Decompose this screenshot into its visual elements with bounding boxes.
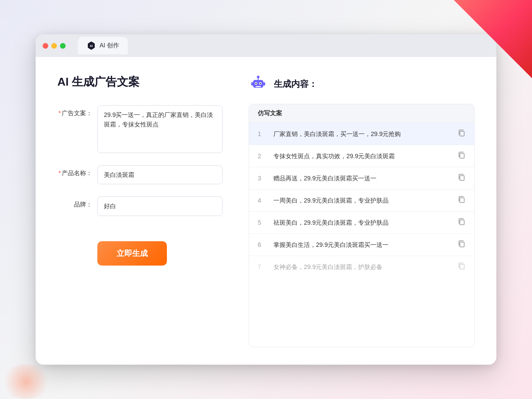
row-text: 一周美白，29.9元美白淡斑霜，专业护肤品 [273,196,451,205]
left-panel: AI 生成广告文案 *广告文案： *产品名称： 品牌： 立 [57,74,223,347]
row-number: 2 [258,153,266,160]
page-title: AI 生成广告文案 [57,74,223,90]
row-text: 厂家直销，美白淡斑霜，买一送一，29.9元抢购 [273,130,451,139]
content-area: AI 生成广告文案 *广告文案： *产品名称： 品牌： 立 [36,57,496,365]
brand-input[interactable] [97,196,223,216]
svg-rect-14 [460,198,464,203]
copy-icon[interactable] [458,151,466,161]
product-name-required-star: * [59,170,61,176]
table-row: 5祛斑美白，29.9元美白淡斑霜，专业护肤品 [249,212,474,234]
svg-rect-12 [460,153,464,158]
row-text: 祛斑美白，29.9元美白淡斑霜，专业护肤品 [273,218,451,227]
row-number: 7 [258,263,266,270]
svg-rect-10 [263,82,265,86]
generate-button[interactable]: 立即生成 [97,241,167,266]
copy-icon[interactable] [458,240,466,249]
svg-rect-9 [251,82,253,86]
product-name-input[interactable] [97,165,223,184]
copy-icon[interactable] [458,129,466,139]
svg-rect-11 [460,131,464,136]
table-header: 仿写文案 [249,104,474,123]
row-text: 赠品再送，29.9元美白淡斑霜买一送一 [273,174,451,183]
browser-window: AI AI 创作 AI 生成广告文案 *广告文案： *产品名称： [36,34,496,365]
table-row: 7女神必备，29.9元美白淡斑霜，护肤必备 [249,256,474,278]
svg-text:AI: AI [90,44,93,47]
table-row: 3赠品再送，29.9元美白淡斑霜买一送一 [249,167,474,190]
brand-field-group: 品牌： [57,196,223,216]
table-row: 4一周美白，29.9元美白淡斑霜，专业护肤品 [249,190,474,212]
right-panel-title: 生成内容： [274,78,317,90]
ad-copy-field-group: *广告文案： [57,105,223,153]
product-name-field-group: *产品名称： [57,165,223,184]
title-bar: AI AI 创作 [36,34,496,57]
copy-icon[interactable] [458,262,466,272]
results-table: 仿写文案 1厂家直销，美白淡斑霜，买一送一，29.9元抢购 2专抹女性斑点，真实… [249,104,475,347]
window-controls [43,43,66,49]
table-row: 2专抹女性斑点，真实功效，29.9元美白淡斑霜 [249,145,474,167]
ad-copy-input[interactable] [97,105,223,153]
minimize-button[interactable] [51,43,57,49]
robot-icon [249,74,268,93]
row-number: 5 [258,219,266,226]
product-name-label: *产品名称： [57,165,92,177]
copy-icon[interactable] [458,173,466,183]
close-button[interactable] [43,43,48,49]
row-text: 掌握美白生活，29.9元美白淡斑霜买一送一 [273,240,451,249]
svg-rect-17 [460,264,464,269]
right-panel: 生成内容： 仿写文案 1厂家直销，美白淡斑霜，买一送一，29.9元抢购 2专抹女… [249,74,475,347]
copy-icon[interactable] [458,218,466,227]
copy-icon[interactable] [458,196,466,205]
tab-label: AI 创作 [100,42,119,50]
svg-rect-8 [256,86,261,87]
row-number: 1 [258,130,266,137]
svg-point-6 [256,83,257,84]
ad-copy-label: *广告文案： [57,105,92,117]
right-header: 生成内容： [249,74,475,93]
brand-label: 品牌： [57,196,92,209]
svg-rect-15 [460,220,464,225]
ai-creation-tab[interactable]: AI AI 创作 [78,37,128,54]
svg-rect-13 [460,176,464,180]
table-row: 6掌握美白生活，29.9元美白淡斑霜买一送一 [249,234,474,256]
ai-tab-icon: AI [86,41,96,50]
svg-point-1 [257,76,259,78]
row-number: 6 [258,241,266,248]
maximize-button[interactable] [60,43,66,49]
table-row: 1厂家直销，美白淡斑霜，买一送一，29.9元抢购 [249,123,474,145]
ad-copy-required-star: * [59,110,61,116]
table-body: 1厂家直销，美白淡斑霜，买一送一，29.9元抢购 2专抹女性斑点，真实功效，29… [249,123,474,278]
svg-point-7 [260,83,261,84]
row-number: 3 [258,175,266,182]
row-number: 4 [258,197,266,204]
row-text: 女神必备，29.9元美白淡斑霜，护肤必备 [273,263,451,272]
bg-decoration-bottom-left [0,364,52,399]
row-text: 专抹女性斑点，真实功效，29.9元美白淡斑霜 [273,152,451,161]
svg-rect-16 [460,242,464,247]
